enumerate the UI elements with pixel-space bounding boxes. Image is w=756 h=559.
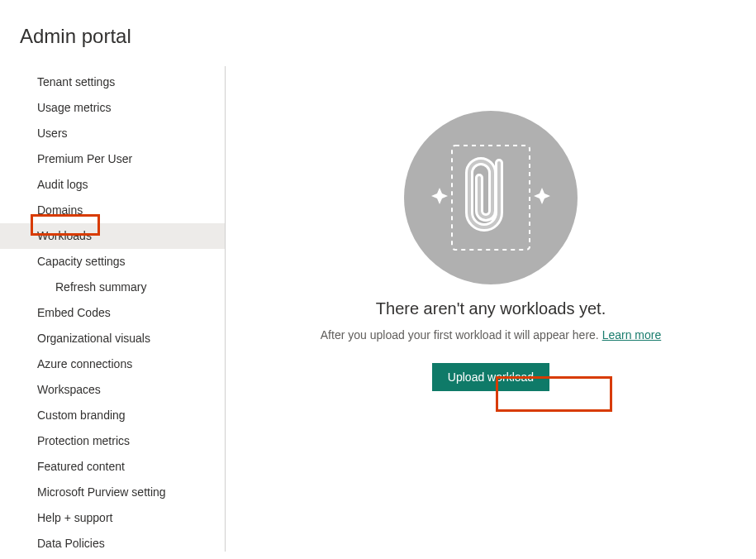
sidebar-item-help-support[interactable]: Help + support <box>0 505 226 531</box>
main-content: There aren't any workloads yet. After yo… <box>226 63 756 555</box>
sidebar-item-domains[interactable]: Domains <box>0 198 226 223</box>
sidebar-divider <box>225 66 226 552</box>
learn-more-link[interactable]: Learn more <box>602 328 662 342</box>
empty-state-title: There aren't any workloads yet. <box>376 299 606 318</box>
sidebar-item-usage-metrics[interactable]: Usage metrics <box>0 95 226 121</box>
sidebar-item-embed-codes[interactable]: Embed Codes <box>0 300 226 326</box>
sidebar-item-audit-logs[interactable]: Audit logs <box>0 172 226 198</box>
empty-workloads-illustration <box>404 111 578 284</box>
upload-workload-button[interactable]: Upload workload <box>432 363 549 391</box>
sidebar-item-premium-per-user[interactable]: Premium Per User <box>0 146 226 172</box>
sidebar-item-users[interactable]: Users <box>0 121 226 146</box>
sidebar-item-capacity-settings[interactable]: Capacity settings <box>0 249 226 275</box>
sidebar-item-workloads[interactable]: Workloads <box>0 223 226 249</box>
sidebar-item-azure-connections[interactable]: Azure connections <box>0 351 226 377</box>
sidebar-item-featured-content[interactable]: Featured content <box>0 454 226 480</box>
sidebar-item-microsoft-purview-setting[interactable]: Microsoft Purview setting <box>0 480 226 505</box>
sidebar-item-workspaces[interactable]: Workspaces <box>0 377 226 403</box>
empty-state-subtitle-text: After you upload your first workload it … <box>321 328 602 342</box>
sidebar-item-protection-metrics[interactable]: Protection metrics <box>0 428 226 454</box>
sidebar-item-custom-branding[interactable]: Custom branding <box>0 403 226 428</box>
sidebar-item-tenant-settings[interactable]: Tenant settings <box>0 69 226 95</box>
sidebar-item-data-policies[interactable]: Data Policies <box>0 531 226 557</box>
page-title: Admin portal <box>0 0 756 48</box>
sidebar-subitem-refresh-summary[interactable]: Refresh summary <box>0 275 226 300</box>
layout: Tenant settings Usage metrics Users Prem… <box>0 63 756 555</box>
empty-state-subtitle: After you upload your first workload it … <box>321 328 661 342</box>
sidebar: Tenant settings Usage metrics Users Prem… <box>0 63 226 555</box>
sidebar-item-organizational-visuals[interactable]: Organizational visuals <box>0 326 226 351</box>
